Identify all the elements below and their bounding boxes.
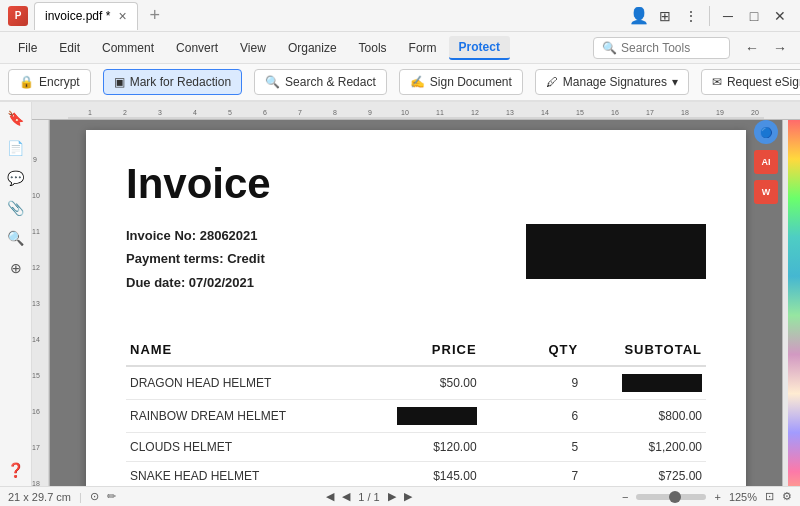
new-tab-button[interactable]: + <box>142 5 169 26</box>
item-price: $145.00 <box>357 462 481 486</box>
item-name: RAINBOW DREAM HELMET <box>126 400 357 433</box>
col-header-subtotal: SUBTOTAL <box>582 334 706 366</box>
svg-text:5: 5 <box>228 109 232 116</box>
pdf-page: Invoice Invoice No: 28062021 Payment ter… <box>86 130 746 486</box>
table-row: CLOUDS HELMET $120.00 5 $1,200.00 <box>126 433 706 462</box>
statusbar-sep-1: | <box>79 491 82 503</box>
manage-signatures-button[interactable]: 🖊 Manage Signatures ▾ <box>535 69 689 95</box>
protect-toolbar: 🔒 Encrypt ▣ Mark for Redaction 🔍 Search … <box>0 64 800 102</box>
redacted-subtotal-1 <box>622 374 702 392</box>
invoice-header: Invoice No: 28062021 Payment terms: Cred… <box>126 224 706 314</box>
svg-text:13: 13 <box>32 300 40 307</box>
svg-text:10: 10 <box>32 192 40 199</box>
last-page-btn[interactable]: ▶ <box>404 490 412 503</box>
panel-icon[interactable]: ⊞ <box>653 4 677 28</box>
tab-close-button[interactable]: × <box>118 8 126 24</box>
search-redact-icon: 🔍 <box>265 75 280 89</box>
svg-text:12: 12 <box>32 264 40 271</box>
col-header-name: NAME <box>126 334 357 366</box>
dropdown-icon: ▾ <box>672 75 678 89</box>
item-qty: 6 <box>481 400 583 433</box>
menu-file[interactable]: File <box>8 37 47 59</box>
encrypt-button[interactable]: 🔒 Encrypt <box>8 69 91 95</box>
search-tools-bar[interactable]: 🔍 <box>593 37 730 59</box>
nav-buttons: ← → <box>740 36 792 60</box>
svg-text:11: 11 <box>32 228 40 235</box>
sidebar-comment-icon[interactable]: 💬 <box>4 166 28 190</box>
svg-text:9: 9 <box>33 156 37 163</box>
manage-signatures-label: Manage Signatures <box>563 75 667 89</box>
zoom-in-button[interactable]: + <box>714 491 720 503</box>
menu-convert[interactable]: Convert <box>166 37 228 59</box>
right-color-panel <box>782 120 800 486</box>
request-esign-button[interactable]: ✉ Request eSign AI <box>701 69 800 95</box>
search-redact-button[interactable]: 🔍 Search & Redact <box>254 69 387 95</box>
titlebar: P invoice.pdf * × + 👤 ⊞ ⋮ ─ □ ✕ <box>0 0 800 32</box>
sidebar-bookmark-icon[interactable]: 🔖 <box>4 106 28 130</box>
floating-ai-buttons: 🔵 AI W <box>754 120 778 204</box>
ai-blue-button[interactable]: 🔵 <box>754 120 778 144</box>
item-qty: 7 <box>481 462 583 486</box>
back-button[interactable]: ← <box>740 36 764 60</box>
menu-comment[interactable]: Comment <box>92 37 164 59</box>
svg-text:18: 18 <box>32 480 40 486</box>
mark-redaction-label: Mark for Redaction <box>130 75 231 89</box>
app-logo: P <box>8 6 28 26</box>
statusbar: 21 x 29.7 cm | ⊙ ✏ ◀ ◀ 1 / 1 ▶ ▶ − + 125… <box>0 486 800 506</box>
next-page-btn2[interactable]: ▶ <box>388 490 396 503</box>
svg-text:15: 15 <box>576 109 584 116</box>
item-subtotal: $800.00 <box>582 400 706 433</box>
settings-icon[interactable]: ⚙ <box>782 490 792 503</box>
document-tab[interactable]: invoice.pdf * × <box>34 2 138 30</box>
minimize-button[interactable]: ─ <box>716 4 740 28</box>
sidebar-help-icon[interactable]: ❓ <box>4 458 28 482</box>
menu-organize[interactable]: Organize <box>278 37 347 59</box>
invoice-meta: Invoice No: 28062021 Payment terms: Cred… <box>126 224 265 294</box>
color-bar <box>788 120 800 486</box>
forward-button[interactable]: → <box>768 36 792 60</box>
zoom-slider[interactable] <box>636 494 706 500</box>
ai-label-button[interactable]: AI <box>754 150 778 174</box>
item-name: CLOUDS HELMET <box>126 433 357 462</box>
menu-edit[interactable]: Edit <box>49 37 90 59</box>
search-input[interactable] <box>621 41 721 55</box>
svg-text:20: 20 <box>751 109 759 116</box>
menubar: File Edit Comment Convert View Organize … <box>0 32 800 64</box>
item-name: DRAGON HEAD HELMET <box>126 366 357 400</box>
redaction-icon: ▣ <box>114 75 125 89</box>
menu-view[interactable]: View <box>230 37 276 59</box>
maximize-button[interactable]: □ <box>742 4 766 28</box>
svg-text:14: 14 <box>32 336 40 343</box>
fit-page-button[interactable]: ⊡ <box>765 490 774 503</box>
sidebar-layers-icon[interactable]: ⊕ <box>4 256 28 280</box>
next-page-button[interactable]: ◀ <box>342 490 350 503</box>
mark-for-redaction-button[interactable]: ▣ Mark for Redaction <box>103 69 242 95</box>
due-date-value: 07/02/2021 <box>189 275 254 290</box>
close-button[interactable]: ✕ <box>768 4 792 28</box>
table-row: SNAKE HEAD HELMET $145.00 7 $725.00 <box>126 462 706 486</box>
sign-document-button[interactable]: ✍ Sign Document <box>399 69 523 95</box>
menu-tools[interactable]: Tools <box>349 37 397 59</box>
page-number: 1 / 1 <box>358 491 379 503</box>
menu-icon[interactable]: ⋮ <box>679 4 703 28</box>
svg-text:1: 1 <box>88 109 92 116</box>
sidebar-left: 🔖 📄 💬 📎 🔍 ⊕ ❓ <box>0 102 32 486</box>
sidebar-search-icon[interactable]: 🔍 <box>4 226 28 250</box>
invoice-no-value: 28062021 <box>200 228 258 243</box>
zoom-slider-thumb[interactable] <box>669 491 681 503</box>
item-subtotal: $1,200.00 <box>582 433 706 462</box>
zoom-out-button[interactable]: − <box>622 491 628 503</box>
profile-icon[interactable]: 👤 <box>627 4 651 28</box>
menu-form[interactable]: Form <box>399 37 447 59</box>
page-wrapper: Invoice Invoice No: 28062021 Payment ter… <box>50 120 782 486</box>
menu-protect[interactable]: Protect <box>449 36 510 60</box>
payment-terms-label: Payment terms: <box>126 251 224 266</box>
svg-text:17: 17 <box>646 109 654 116</box>
item-qty: 9 <box>481 366 583 400</box>
pdf-container[interactable]: // ruler ticks rendered via SVG inline 1… <box>32 102 800 486</box>
sidebar-attachment-icon[interactable]: 📎 <box>4 196 28 220</box>
invoice-no-label: Invoice No: <box>126 228 196 243</box>
prev-page-button[interactable]: ◀ <box>326 490 334 503</box>
sidebar-pages-icon[interactable]: 📄 <box>4 136 28 160</box>
office-button[interactable]: W <box>754 180 778 204</box>
